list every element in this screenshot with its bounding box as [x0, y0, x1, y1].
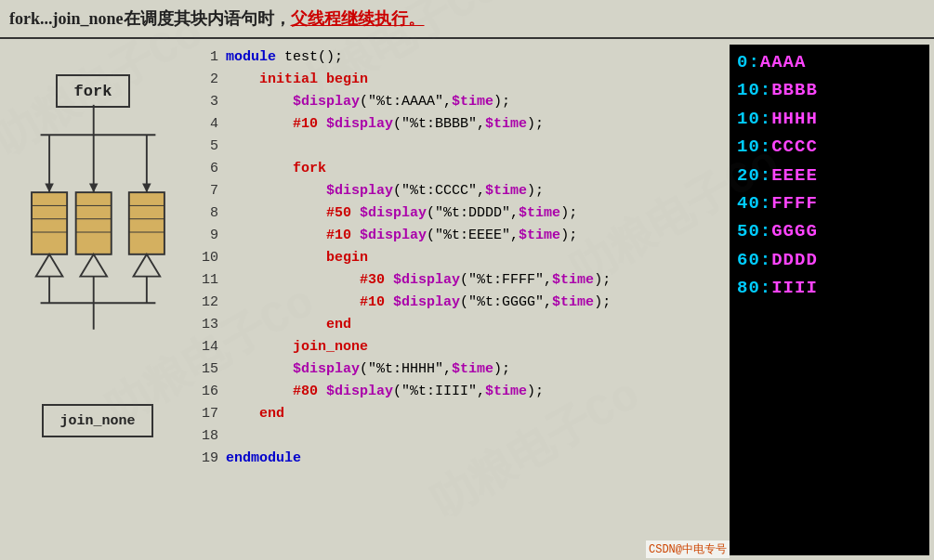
line-content: endmodule [226, 448, 301, 470]
code-line: 2 initial begin [200, 69, 720, 91]
result-row: 40:FFFF [737, 189, 922, 217]
svg-marker-22 [134, 254, 161, 277]
result-row: 50:GGGG [737, 217, 922, 245]
result-row: 10:BBBB [737, 76, 922, 104]
line-content: #10 $display("%t:BBBB",$time); [226, 113, 544, 136]
line-number: 15 [200, 358, 226, 381]
banner-text: fork...join_none在调度其块内语句时，父线程继续执行。 [9, 7, 425, 30]
code-line: 6 fork [200, 158, 720, 180]
result-time: 40 [737, 193, 760, 214]
result-val: AAAA [760, 52, 807, 72]
result-colon: : [760, 221, 771, 241]
result-colon: : [760, 278, 771, 298]
diagram-area: fork [9, 46, 204, 551]
line-number: 3 [200, 91, 226, 113]
result-val: CCCC [771, 137, 818, 157]
line-content: $display("%t:HHHH",$time); [226, 358, 510, 381]
line-number: 14 [200, 336, 226, 358]
code-line: 18 [200, 425, 720, 448]
line-content: #80 $display("%t:IIII",$time); [226, 381, 544, 403]
line-content: $display("%t:CCCC",$time); [226, 180, 544, 202]
line-content: $display("%t:AAAA",$time); [226, 91, 510, 113]
result-panel: 0:AAAA10:BBBB10:HHHH10:CCCC20:EEEE40:FFF… [730, 45, 929, 555]
svg-rect-8 [32, 192, 67, 254]
line-content: end [226, 314, 351, 336]
line-content: #10 $display("%t:GGGG",$time); [226, 292, 611, 314]
result-row: 20:EEEE [737, 162, 922, 189]
result-time: 0 [737, 52, 748, 72]
result-time: 80 [737, 278, 760, 298]
code-line: 8 #50 $display("%t:DDDD",$time); [200, 202, 720, 225]
code-line: 15 $display("%t:HHHH",$time); [200, 358, 720, 381]
line-number: 16 [200, 381, 226, 403]
fork-diagram-svg [9, 46, 204, 418]
join-box: join_none [42, 404, 153, 437]
svg-marker-20 [36, 254, 63, 277]
code-line: 17 end [200, 403, 720, 425]
line-content: initial begin [226, 69, 368, 91]
code-line: 4 #10 $display("%t:BBBB",$time); [200, 113, 720, 136]
result-val: FFFF [771, 193, 818, 214]
result-val: EEEE [771, 165, 818, 186]
code-line: 16 #80 $display("%t:IIII",$time); [200, 381, 720, 403]
result-colon: : [760, 193, 771, 214]
line-number: 18 [200, 425, 226, 448]
line-number: 1 [200, 46, 226, 69]
line-number: 5 [200, 136, 226, 158]
line-number: 4 [200, 113, 226, 136]
line-number: 8 [200, 202, 226, 225]
line-number: 2 [200, 69, 226, 91]
result-val: DDDD [771, 250, 818, 270]
result-val: IIII [771, 278, 818, 298]
top-banner: fork...join_none在调度其块内语句时，父线程继续执行。 [0, 0, 934, 39]
code-line: 14 join_none [200, 336, 720, 358]
line-content: fork [226, 158, 326, 180]
result-colon: : [760, 80, 771, 100]
code-line: 1module test(); [200, 46, 720, 69]
result-time: 20 [737, 165, 760, 186]
result-time: 50 [737, 221, 760, 241]
code-line: 13 end [200, 314, 720, 336]
result-row: 60:DDDD [737, 246, 922, 274]
svg-marker-5 [45, 184, 54, 193]
svg-marker-7 [142, 184, 151, 193]
result-val: BBBB [771, 80, 818, 100]
line-content: #10 $display("%t:EEEE",$time); [226, 225, 577, 247]
result-colon: : [760, 137, 771, 157]
svg-rect-16 [129, 192, 164, 254]
result-time: 10 [737, 80, 760, 100]
main-container: 叻粮电子Co 叻粮电子Co 叻粮电子Co 叻粮电子Co 叻粮电子Co fork.… [0, 0, 934, 560]
result-time: 60 [737, 250, 760, 270]
line-number: 17 [200, 403, 226, 425]
code-line: 9 #10 $display("%t:EEEE",$time); [200, 225, 720, 247]
line-number: 6 [200, 158, 226, 180]
result-row: 10:HHHH [737, 105, 922, 133]
code-line: 11 #30 $display("%t:FFFF",$time); [200, 269, 720, 292]
banner-highlight: 父线程继续执行。 [291, 9, 425, 28]
result-time: 10 [737, 109, 760, 129]
result-colon: : [760, 109, 771, 129]
csdn-text: CSDN@中电专号 [649, 543, 727, 556]
line-number: 7 [200, 180, 226, 202]
csdn-badge: CSDN@中电专号 [646, 540, 730, 558]
line-number: 13 [200, 314, 226, 336]
result-row: 10:CCCC [737, 133, 922, 161]
line-content: module test(); [226, 46, 343, 69]
code-line: 5 [200, 136, 720, 158]
line-content: #30 $display("%t:FFFF",$time); [226, 269, 611, 292]
line-number: 9 [200, 225, 226, 247]
line-number: 12 [200, 292, 226, 314]
code-line: 12 #10 $display("%t:GGGG",$time); [200, 292, 720, 314]
join-label: join_none [59, 413, 135, 429]
result-colon: : [760, 165, 771, 186]
code-line: 7 $display("%t:CCCC",$time); [200, 180, 720, 202]
code-line: 3 $display("%t:AAAA",$time); [200, 91, 720, 113]
result-row: 0:AAAA [737, 48, 922, 76]
line-content: begin [226, 247, 368, 269]
result-time: 10 [737, 137, 760, 157]
line-content: end [226, 403, 284, 425]
svg-marker-21 [80, 254, 107, 277]
line-number: 10 [200, 247, 226, 269]
line-number: 11 [200, 269, 226, 292]
line-content: #50 $display("%t:DDDD",$time); [226, 202, 577, 225]
